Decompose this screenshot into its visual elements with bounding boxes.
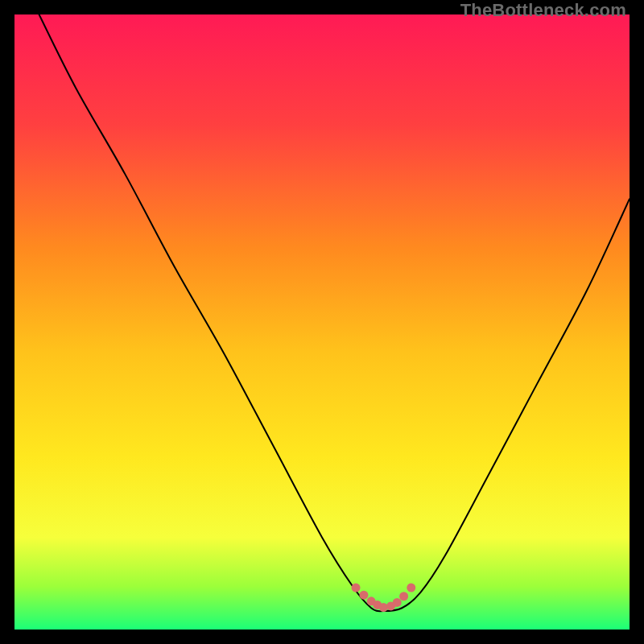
highlight-dot xyxy=(359,591,368,600)
highlight-dot xyxy=(393,598,402,607)
bottleneck-chart xyxy=(14,14,630,630)
watermark-label: TheBottleneck.com xyxy=(460,0,626,21)
highlight-dot xyxy=(379,603,388,612)
highlight-dot xyxy=(352,584,361,592)
highlight-dot xyxy=(407,584,415,592)
highlight-dot xyxy=(399,592,408,601)
chart-frame xyxy=(14,14,630,630)
